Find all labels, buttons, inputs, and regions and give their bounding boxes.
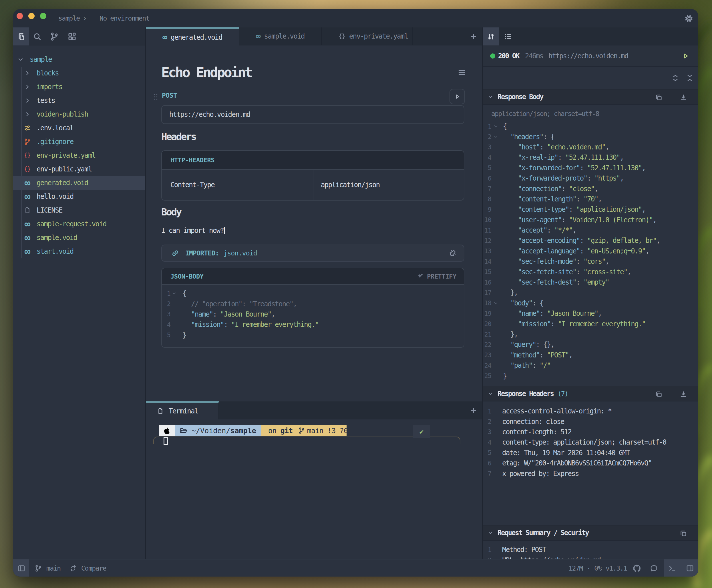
expand-sections-icon[interactable] <box>671 74 679 82</box>
fold-chevron-icon[interactable] <box>491 300 501 306</box>
code-text: "connection": "close", <box>503 185 598 193</box>
tree-item-tests[interactable]: tests <box>13 94 145 107</box>
line-number: 22 <box>483 341 491 348</box>
code-line: 1{ <box>162 288 464 298</box>
search-icon[interactable] <box>29 27 45 45</box>
imported-block[interactable]: IMPORTED: json.void <box>161 245 464 262</box>
line-text: URL: https://echo.voiden.md <box>502 556 601 559</box>
text-line: 2URL: https://echo.voiden.md <box>483 555 698 559</box>
code-line: 9"content-type": "application/json", <box>483 204 698 214</box>
request-summary-list[interactable]: 1Method: POST2URL: https://echo.voiden.m… <box>483 545 698 559</box>
url-field[interactable]: https://echo.voiden.md <box>161 105 464 124</box>
run-request-button[interactable] <box>449 89 465 104</box>
folder-open-icon <box>175 426 191 435</box>
tree-item-start.void[interactable]: ∞start.void <box>13 245 145 258</box>
main-area: sampleblocksimportstestsvoiden-publish.e… <box>13 27 698 559</box>
fold-chevron-icon[interactable] <box>491 124 501 129</box>
tree-item-voiden-publish[interactable]: voiden-publish <box>13 107 145 121</box>
code-line: 5} <box>162 330 464 340</box>
tree-item-blocks[interactable]: blocks <box>13 66 145 80</box>
line-text: content-type: application/json; charset=… <box>502 438 666 446</box>
response-body-section-header[interactable]: Response Body <box>483 89 698 105</box>
sort-icon[interactable] <box>483 27 499 45</box>
body-note[interactable]: I can import now? <box>161 226 225 236</box>
imported-label: IMPORTED: <box>185 249 219 257</box>
response-body-json[interactable]: 1{2"headers": {3"host": "echo.voiden.md"… <box>483 121 698 381</box>
collapse-sections-icon[interactable] <box>686 74 694 82</box>
fold-chevron-icon[interactable] <box>491 134 501 140</box>
prettify-button[interactable]: PRETTIFY <box>416 273 456 280</box>
tab-generated.void[interactable]: ∞generated.void <box>146 27 239 46</box>
new-tab-button[interactable] <box>465 27 482 45</box>
blocks-icon[interactable] <box>64 27 80 45</box>
compare-button[interactable]: Compare <box>69 560 106 576</box>
git-branch-indicator[interactable]: main <box>34 560 61 576</box>
copy-icon[interactable] <box>679 529 687 538</box>
tree-item-.env.local[interactable]: .env.local <box>13 121 145 135</box>
tree-item-hello.void[interactable]: ∞hello.void <box>13 190 145 204</box>
tree-item-generated.void[interactable]: ∞generated.void <box>13 176 145 190</box>
environment-selector[interactable]: No environment <box>100 9 149 27</box>
resend-request-button[interactable] <box>678 48 693 64</box>
line-number: 2 <box>483 133 491 140</box>
document-menu-icon[interactable] <box>457 68 467 78</box>
github-icon[interactable] <box>632 564 641 572</box>
tree-item-sample[interactable]: sample <box>13 52 145 66</box>
copy-icon[interactable] <box>655 93 663 101</box>
settings-gear-icon[interactable] <box>685 14 693 23</box>
code-line: 4"mission": "I remember everything." <box>162 319 464 330</box>
code-text: "sec-fetch-site": "cross-site", <box>503 268 631 276</box>
line-text: x-powered-by: Express <box>502 470 579 478</box>
code-text: "sec-fetch-mode": "cors", <box>503 257 609 266</box>
header-value[interactable]: application/json <box>313 170 464 200</box>
minimize-window-button[interactable] <box>28 13 35 19</box>
panel-left-icon[interactable] <box>17 564 26 572</box>
terminal-panel[interactable]: ~/Voiden/sample on git main !3 ?6 ✔ <box>146 419 482 559</box>
infinity-icon: ∞ <box>23 247 32 256</box>
chevron-down-icon <box>16 55 25 64</box>
tab-env-private.yaml[interactable]: env-private.yaml <box>322 27 413 45</box>
tab-terminal[interactable]: Terminal <box>146 401 219 419</box>
breadcrumb-chevron-icon: › <box>83 9 86 27</box>
memory-usage: 127M·0% <box>568 560 601 576</box>
tree-item-.gitignore[interactable]: .gitignore <box>13 135 145 149</box>
new-terminal-button[interactable] <box>465 401 482 419</box>
request-summary-section-header[interactable]: Request Summary / Security <box>483 525 698 541</box>
terminal-toggle-icon[interactable] <box>668 564 676 572</box>
json-body-code[interactable]: 1{2// "operation": "Treadstone",3"name":… <box>162 285 464 347</box>
copy-icon[interactable] <box>655 390 663 398</box>
project-name[interactable]: sample <box>58 9 80 27</box>
download-icon[interactable] <box>679 390 687 398</box>
chat-bubble-icon[interactable] <box>650 564 658 572</box>
panel-right-icon[interactable] <box>686 564 694 572</box>
braces-icon <box>23 151 32 160</box>
git-branch-icon[interactable] <box>46 27 62 45</box>
header-key[interactable]: Content-Type <box>162 170 313 200</box>
zoom-window-button[interactable] <box>40 13 46 19</box>
code-text: "user-agent": "Voiden/1.0 (Electron)", <box>503 216 656 224</box>
fold-chevron-icon[interactable] <box>170 291 178 296</box>
tree-item-LICENSE[interactable]: LICENSE <box>13 204 145 217</box>
divider <box>674 45 674 67</box>
tree-item-imports[interactable]: imports <box>13 80 145 94</box>
tree-item-sample.void[interactable]: ∞sample.void <box>13 231 145 245</box>
tree-item-env-private.yaml[interactable]: env-private.yaml <box>13 149 145 162</box>
response-headers-list[interactable]: 1access-control-allow-origin: *2connecti… <box>483 406 698 479</box>
close-window-button[interactable] <box>17 13 23 19</box>
desktop: sample › No environment sampleblocksimpo… <box>0 0 712 588</box>
files-icon[interactable] <box>13 27 29 45</box>
list-icon[interactable] <box>500 27 516 45</box>
code-line: 2"headers": { <box>483 131 698 142</box>
code-text: // "operation": "Treadstone", <box>182 300 297 308</box>
tab-sample.void[interactable]: ∞sample.void <box>239 27 322 45</box>
code-line: 3"host": "echo.voiden.md", <box>483 142 698 152</box>
tree-item-sample-request.void[interactable]: ∞sample-request.void <box>13 217 145 231</box>
drag-handle-icon[interactable] <box>152 92 159 101</box>
code-text: "body": { <box>503 299 543 307</box>
unlink-icon[interactable] <box>448 249 457 257</box>
text-line: 5date: Thu, 19 Mar 2026 11:04:40 GMT <box>483 448 698 458</box>
response-headers-section-header[interactable]: Response Headers (7) <box>483 386 698 401</box>
tree-item-env-public.yaml[interactable]: env-public.yaml <box>13 162 145 176</box>
download-icon[interactable] <box>679 93 687 101</box>
line-number: 2 <box>483 556 491 559</box>
